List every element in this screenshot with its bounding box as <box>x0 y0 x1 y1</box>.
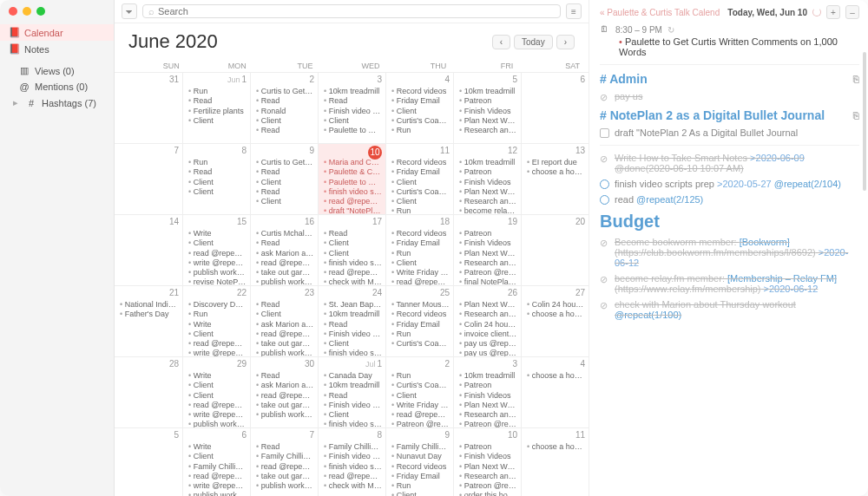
calendar-event[interactable]: Client <box>188 452 247 461</box>
calendar-day-cell[interactable]: 310km treadmillPatreonFinish VideosPlan … <box>453 356 521 427</box>
calendar-event[interactable]: Plan Next Week <box>459 249 517 258</box>
calendar-event[interactable]: Curtis's Coaching Se... <box>391 187 450 197</box>
add-button[interactable]: + <box>826 5 840 19</box>
calendar-event[interactable]: publish work journal ... <box>256 410 314 420</box>
calendar-event[interactable]: Run <box>391 206 450 214</box>
calendar-event[interactable]: Client <box>324 116 382 126</box>
calendar-event[interactable]: Client <box>188 187 247 197</box>
calendar-event[interactable]: Friday Email <box>391 96 450 106</box>
calendar-event[interactable]: Finish Videos <box>459 107 517 116</box>
calendar-event[interactable]: Client <box>324 410 382 420</box>
calendar-event[interactable]: National Indigenous ... <box>120 300 179 310</box>
calendar-day-cell[interactable]: 17ReadClientClientfinish video scripts p… <box>318 214 385 285</box>
calendar-day-cell[interactable]: 30Readask Marion about Tu...read @repeat… <box>250 356 318 427</box>
calendar-event[interactable]: final NotePlan 2 digit... <box>459 277 517 285</box>
calendar-event[interactable]: take out garbage @r... <box>256 401 314 410</box>
calendar-event[interactable]: Research and Clean... <box>459 310 517 319</box>
calendar-event[interactable]: ask Marion about Tu... <box>256 249 314 258</box>
calendar-event[interactable]: Record videos <box>391 462 450 472</box>
task-payus[interactable]: ⊘ pay us <box>600 91 859 101</box>
calendar-event[interactable]: Run <box>391 249 450 258</box>
calendar-day-cell[interactable]: 29WriteClientClientread @repeat(5/118)wr… <box>182 356 250 427</box>
calendar-day-cell[interactable]: 11choose a home task... <box>521 427 589 496</box>
calendar-event[interactable]: Friday Email <box>391 238 450 248</box>
calendar-event[interactable]: choose a home task... <box>527 167 585 177</box>
calendar-day-cell[interactable]: 20 <box>521 214 589 285</box>
calendar-event[interactable]: finish video scripts p... <box>324 349 382 356</box>
calendar-day-cell[interactable]: 19PatreonFinish VideosPlan Next WeekRese… <box>453 214 521 285</box>
calendar-event[interactable]: Write <box>188 320 247 330</box>
calendar-event[interactable]: Finish Videos <box>459 178 517 187</box>
calendar-event[interactable]: Discovery Day (NF, LR) <box>188 300 247 310</box>
task-bookworm[interactable]: ⊘ Become bookworm member: [Bookworm](htt… <box>600 237 859 268</box>
calendar-event[interactable]: Friday Email <box>391 320 450 330</box>
calendar-event[interactable]: write @repeat(3/128) <box>188 258 247 268</box>
calendar-event[interactable]: Write <box>188 371 247 381</box>
calendar-event[interactable]: 10km treadmill <box>459 158 517 167</box>
calendar-event[interactable]: Record videos <box>391 87 450 96</box>
calendar-event[interactable]: ask Marion about Tu... <box>256 320 314 330</box>
calendar-event[interactable]: Curtis to Get Paulett... <box>256 87 314 96</box>
task-draft-noteplan[interactable]: draft "NotePlan 2 As a Digital Bullet Jo… <box>600 127 859 138</box>
calendar-day-cell[interactable]: 6WriteClientFamily Chilliwack Lak...read… <box>182 427 250 496</box>
calendar-event[interactable]: Client <box>256 197 314 206</box>
calendar-event[interactable]: read @repeat(5/111) <box>391 410 450 420</box>
calendar-event[interactable]: ask Marion about Tu... <box>256 381 314 390</box>
calendar-day-cell[interactable]: 22Discovery Day (NF, LR)RunWriteClientre… <box>182 285 250 356</box>
calendar-day-cell[interactable]: 16Curtis Mchale and B...Readask Marion a… <box>250 214 318 285</box>
calendar-event[interactable]: Read <box>256 300 314 310</box>
calendar-day-cell[interactable]: 27Colin 24 hour runchoose a home task... <box>521 285 589 356</box>
calendar-day-cell[interactable]: 21National Indigenous ...Father's Day <box>115 285 182 356</box>
calendar-event[interactable]: Client <box>256 310 314 319</box>
calendar-event[interactable]: Write Friday Email @r... <box>391 401 450 410</box>
calendar-event[interactable]: Canada Day <box>324 371 382 381</box>
calendar-event[interactable]: Client <box>256 178 314 187</box>
sidebar-item-notes[interactable]: 📕 Notes <box>0 41 114 57</box>
calendar-event[interactable]: Read <box>256 442 314 452</box>
calendar-event[interactable]: Client <box>188 391 247 401</box>
calendar-event[interactable]: Read <box>256 371 314 381</box>
calendar-event[interactable]: Patreon <box>459 381 517 390</box>
prev-period-button[interactable]: ‹ <box>492 35 510 49</box>
calendar-event[interactable]: take out garbage @r... <box>256 472 314 481</box>
calendar-event[interactable]: Client <box>324 238 382 248</box>
calendar-event[interactable]: Run <box>188 87 247 96</box>
calendar-event[interactable]: Patreon <box>459 442 517 452</box>
calendar-event[interactable]: Read <box>256 96 314 106</box>
calendar-event[interactable]: publish work journal ... <box>188 268 247 277</box>
calendar-event[interactable]: Plan Next Week <box>459 462 517 472</box>
calendar-event[interactable]: Family Chilliwack Lak... <box>188 462 247 472</box>
calendar-event[interactable]: read @repeat(3/125) <box>324 268 382 277</box>
calendar-event[interactable]: Client <box>391 107 450 116</box>
calendar-event[interactable]: Plan Next Week <box>459 300 517 310</box>
calendar-event[interactable]: read @repeat(6/112) <box>256 462 314 472</box>
open-circle-icon[interactable] <box>600 195 609 205</box>
calendar-event[interactable]: Record videos <box>391 229 450 238</box>
calendar-day-cell[interactable]: 9Family Chilliwack Lak...Nunavut DayReco… <box>385 427 453 496</box>
calendar-event[interactable]: Write <box>188 442 247 452</box>
calendar-event[interactable]: Client <box>188 381 247 390</box>
task-smart-notes[interactable]: ⊘ Write How to Take Smart Notes >2020-06… <box>600 153 859 173</box>
calendar-event[interactable]: read @repeat(4/112) <box>256 330 314 339</box>
calendar-event[interactable]: read @repeat(4/118) <box>188 339 247 349</box>
calendar-event[interactable]: 10km treadmill <box>324 87 382 96</box>
calendar-day-cell[interactable]: 9Curtis to Get Paulett...ReadClientReadC… <box>250 143 318 214</box>
calendar-event[interactable]: publish work journal ... <box>188 420 247 427</box>
calendar-event[interactable]: publish work journal ... <box>256 277 314 285</box>
calendar-event[interactable]: Curtis to Get Paulett... <box>256 158 314 167</box>
calendar-event[interactable]: Friday Email <box>391 167 450 177</box>
calendar-event[interactable]: Client <box>188 330 247 339</box>
task-video-scripts[interactable]: finish video scripts prep >2020-05-27 @r… <box>600 179 859 189</box>
calendar-event[interactable]: Plan Next Week <box>459 187 517 197</box>
calendar-event[interactable]: Curtis Mchale and B... <box>256 229 314 238</box>
calendar-event[interactable]: Read <box>256 238 314 248</box>
calendar-event[interactable]: Patreon @repeat(3... <box>459 268 517 277</box>
calendar-event[interactable]: Client <box>391 178 450 187</box>
calendar-event[interactable]: write @repeat(4/128) <box>188 349 247 356</box>
calendar-event[interactable]: read @repeat(6/118) <box>188 472 247 481</box>
calendar-event[interactable]: Client <box>256 116 314 126</box>
calendar-day-cell[interactable]: Jul1Canada Day10km treadmillReadFinish v… <box>318 356 385 427</box>
calendar-event[interactable]: Client <box>391 197 450 206</box>
calendar-event[interactable]: pay us @repeat(1/99) <box>459 339 517 349</box>
calendar-day-cell[interactable]: 24St. Jean Baptiste Da...10km treadmillR… <box>318 285 385 356</box>
